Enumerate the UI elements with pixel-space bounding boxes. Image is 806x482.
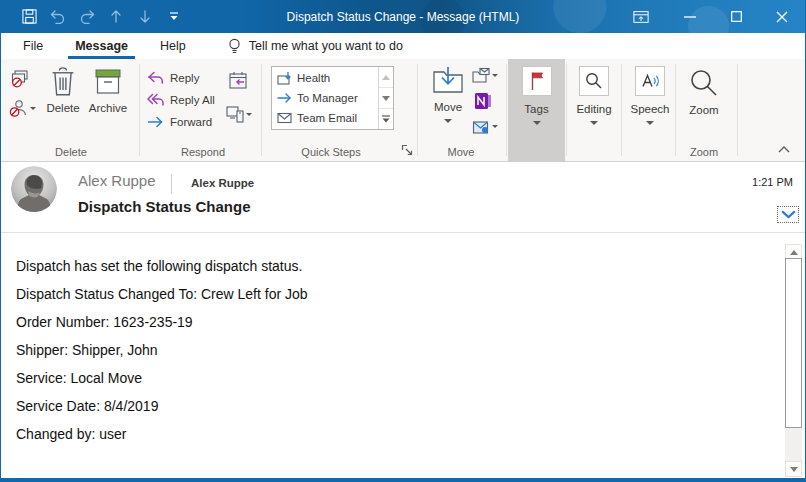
tab-help-label: Help: [160, 39, 186, 53]
onenote-button[interactable]: [474, 92, 492, 110]
zoom-button-label: Zoom: [689, 104, 718, 116]
forward-button[interactable]: Forward: [147, 115, 212, 129]
ribbon-tab-row: File Message Help Tell me what you want …: [1, 33, 805, 59]
quick-step-label: To Manager: [297, 92, 358, 104]
tab-message[interactable]: Message: [59, 33, 144, 59]
tell-me-box[interactable]: Tell me what you want to do: [228, 38, 403, 55]
tab-message-label: Message: [75, 39, 128, 53]
save-button[interactable]: [19, 5, 39, 29]
minimize-icon: [684, 16, 696, 18]
delete-button-label: Delete: [46, 102, 79, 114]
quick-steps-gallery: Health To Manager Team Email: [271, 66, 394, 130]
scroll-up-icon: [790, 250, 798, 255]
quick-step-health[interactable]: Health: [272, 68, 378, 88]
editing-dropdown-icon: [590, 121, 598, 125]
sender-name[interactable]: Alex Ruppe: [78, 172, 156, 189]
move-up-button[interactable]: [106, 5, 126, 29]
reply-icon: [147, 71, 164, 85]
customize-qat-button[interactable]: [164, 5, 184, 29]
archive-icon: [93, 67, 123, 97]
quick-steps-dialog-launcher[interactable]: [401, 144, 414, 157]
tab-file[interactable]: File: [7, 33, 59, 59]
scrollbar-track[interactable]: [785, 428, 802, 461]
quick-steps-scroll-up[interactable]: [379, 67, 393, 88]
maximize-button[interactable]: [713, 0, 759, 33]
delete-button[interactable]: Delete: [43, 67, 83, 114]
junk-button[interactable]: [9, 99, 36, 118]
minimize-button[interactable]: [667, 0, 713, 33]
move-button[interactable]: Move: [425, 63, 471, 123]
title-bar: Dispatch Status Change - Message (HTML): [1, 0, 805, 33]
quick-steps-scroll-down[interactable]: [379, 88, 393, 109]
quick-step-to-manager[interactable]: To Manager: [272, 88, 378, 108]
close-button[interactable]: [759, 0, 805, 33]
expand-header-button[interactable]: [777, 206, 799, 223]
quick-steps-more-button[interactable]: [379, 109, 393, 129]
onenote-icon: [474, 92, 492, 110]
sender-name-secondary[interactable]: Alex Ruppe: [191, 177, 254, 189]
tab-file-label: File: [23, 39, 43, 53]
vertical-scrollbar[interactable]: [785, 244, 802, 477]
scroll-up-icon: [382, 75, 390, 80]
forward-label: Forward: [170, 116, 212, 128]
actions-dropdown-icon: [492, 125, 498, 128]
zoom-group-label: Zoom: [677, 146, 731, 158]
actions-button[interactable]: [472, 118, 498, 135]
reply-all-icon: [147, 93, 164, 107]
group-separator: [566, 64, 567, 156]
redo-button[interactable]: [77, 5, 97, 29]
actions-icon: [472, 118, 490, 135]
group-separator: [417, 64, 418, 156]
editing-icon: [585, 72, 603, 90]
maximize-icon: [731, 11, 742, 22]
ribbon-display-options-button[interactable]: [621, 0, 661, 33]
quick-step-team-email[interactable]: Team Email: [272, 108, 378, 128]
speech-button[interactable]: Speech: [623, 59, 677, 162]
ribbon-display-options-icon: [633, 10, 649, 24]
message-header: Alex Ruppe Alex Ruppe 1:21 PM Dispatch S…: [1, 162, 805, 233]
move-button-label: Move: [434, 101, 462, 113]
received-time: 1:21 PM: [752, 176, 793, 188]
ignore-button[interactable]: [11, 70, 30, 88]
body-paragraph: Changed by: user: [16, 426, 765, 443]
reply-all-button[interactable]: Reply All: [147, 93, 215, 107]
tags-dropdown-icon: [533, 121, 541, 125]
move-down-icon: [138, 9, 152, 24]
scroll-down-icon: [382, 96, 390, 101]
outlook-message-window: Dispatch Status Change - Message (HTML) …: [0, 0, 806, 482]
body-paragraph: Dispatch Status Changed To: Crew Left fo…: [16, 286, 765, 303]
delete-group-label: Delete: [9, 146, 133, 158]
archive-button[interactable]: Archive: [85, 67, 131, 114]
tab-help[interactable]: Help: [144, 33, 202, 59]
more-respond-button[interactable]: [226, 105, 252, 123]
header-divider: [171, 174, 172, 194]
forward-small-icon: [277, 92, 292, 104]
scroll-down-icon: [790, 467, 798, 472]
junk-dropdown-icon: [30, 107, 36, 110]
more-respond-icon: [226, 105, 244, 123]
window-controls: [621, 0, 805, 33]
collapse-ribbon-button[interactable]: [775, 142, 793, 156]
editing-button[interactable]: Editing: [568, 59, 620, 162]
reply-button[interactable]: Reply: [147, 71, 199, 85]
respond-group-label: Respond: [147, 146, 259, 158]
scrollbar-down-button[interactable]: [785, 461, 802, 477]
group-separator: [737, 64, 738, 156]
tags-button[interactable]: Tags: [508, 59, 565, 162]
quick-steps-group-label: Quick Steps: [269, 146, 393, 158]
speech-button-label: Speech: [630, 103, 669, 115]
ignore-icon: [11, 70, 30, 88]
rules-dropdown-icon: [492, 74, 498, 77]
move-dropdown-icon: [444, 119, 452, 123]
message-subject: Dispatch Status Change: [78, 198, 251, 215]
meeting-button[interactable]: [228, 71, 249, 92]
undo-button[interactable]: [48, 5, 68, 29]
scrollbar-thumb[interactable]: [785, 258, 802, 428]
rules-button[interactable]: [472, 67, 498, 84]
reply-all-label: Reply All: [170, 94, 215, 106]
move-down-button[interactable]: [135, 5, 155, 29]
editing-iconbox: [579, 66, 609, 96]
body-paragraph: Dispatch has set the following dispatch …: [16, 258, 765, 275]
tags-iconbox: [522, 66, 552, 96]
speech-iconbox: [635, 66, 665, 96]
